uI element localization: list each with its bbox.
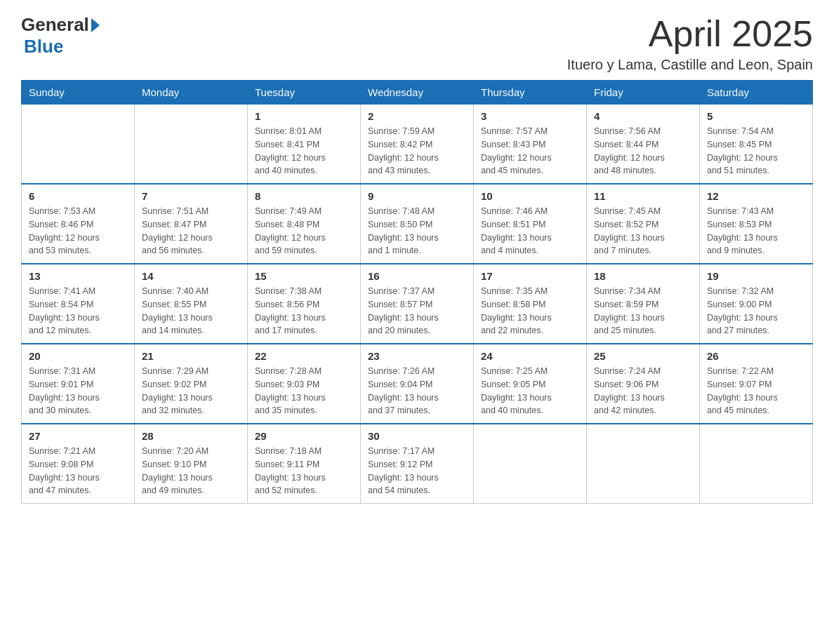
calendar-cell: 18Sunrise: 7:34 AM Sunset: 8:59 PM Dayli… [587,264,700,344]
day-info: Sunrise: 7:41 AM Sunset: 8:54 PM Dayligh… [29,285,127,337]
calendar-cell: 6Sunrise: 7:53 AM Sunset: 8:46 PM Daylig… [22,184,135,264]
calendar-header-wednesday: Wednesday [361,81,474,105]
calendar-header-row: SundayMondayTuesdayWednesdayThursdayFrid… [22,81,813,105]
calendar-cell: 9Sunrise: 7:48 AM Sunset: 8:50 PM Daylig… [361,184,474,264]
day-info: Sunrise: 7:46 AM Sunset: 8:51 PM Dayligh… [481,205,579,257]
day-number: 24 [481,350,579,362]
day-number: 20 [29,350,127,362]
day-info: Sunrise: 7:18 AM Sunset: 9:11 PM Dayligh… [255,445,353,497]
calendar-cell: 19Sunrise: 7:32 AM Sunset: 9:00 PM Dayli… [700,264,813,344]
day-info: Sunrise: 7:54 AM Sunset: 8:45 PM Dayligh… [707,125,805,177]
calendar-week-row: 1Sunrise: 8:01 AM Sunset: 8:41 PM Daylig… [22,105,813,185]
title-block: April 2025 Ituero y Lama, Castille and L… [567,14,813,73]
day-number: 11 [594,190,692,202]
calendar-cell: 12Sunrise: 7:43 AM Sunset: 8:53 PM Dayli… [700,184,813,264]
calendar-cell: 29Sunrise: 7:18 AM Sunset: 9:11 PM Dayli… [248,424,361,504]
day-info: Sunrise: 7:35 AM Sunset: 8:58 PM Dayligh… [481,285,579,337]
day-number: 8 [255,190,353,202]
day-info: Sunrise: 7:22 AM Sunset: 9:07 PM Dayligh… [707,365,805,417]
calendar-header-sunday: Sunday [22,81,135,105]
calendar-week-row: 27Sunrise: 7:21 AM Sunset: 9:08 PM Dayli… [22,424,813,504]
day-number: 15 [255,270,353,282]
day-number: 26 [707,350,805,362]
day-info: Sunrise: 7:17 AM Sunset: 9:12 PM Dayligh… [368,445,466,497]
calendar-cell: 13Sunrise: 7:41 AM Sunset: 8:54 PM Dayli… [22,264,135,344]
calendar-cell: 25Sunrise: 7:24 AM Sunset: 9:06 PM Dayli… [587,344,700,424]
day-info: Sunrise: 7:24 AM Sunset: 9:06 PM Dayligh… [594,365,692,417]
day-number: 2 [368,110,466,122]
calendar-cell: 27Sunrise: 7:21 AM Sunset: 9:08 PM Dayli… [22,424,135,504]
day-number: 17 [481,270,579,282]
calendar-cell: 20Sunrise: 7:31 AM Sunset: 9:01 PM Dayli… [22,344,135,424]
day-number: 19 [707,270,805,282]
calendar-cell: 22Sunrise: 7:28 AM Sunset: 9:03 PM Dayli… [248,344,361,424]
calendar-cell: 4Sunrise: 7:56 AM Sunset: 8:44 PM Daylig… [587,105,700,185]
day-info: Sunrise: 7:28 AM Sunset: 9:03 PM Dayligh… [255,365,353,417]
calendar-cell [700,424,813,504]
day-number: 18 [594,270,692,282]
calendar-cell: 2Sunrise: 7:59 AM Sunset: 8:42 PM Daylig… [361,105,474,185]
day-number: 13 [29,270,127,282]
calendar-cell: 8Sunrise: 7:49 AM Sunset: 8:48 PM Daylig… [248,184,361,264]
day-number: 27 [29,430,127,442]
day-info: Sunrise: 7:40 AM Sunset: 8:55 PM Dayligh… [142,285,240,337]
calendar-header-friday: Friday [587,81,700,105]
day-info: Sunrise: 7:45 AM Sunset: 8:52 PM Dayligh… [594,205,692,257]
day-info: Sunrise: 7:57 AM Sunset: 8:43 PM Dayligh… [481,125,579,177]
logo: General Blue [21,14,100,58]
day-info: Sunrise: 7:29 AM Sunset: 9:02 PM Dayligh… [142,365,240,417]
day-info: Sunrise: 7:38 AM Sunset: 8:56 PM Dayligh… [255,285,353,337]
day-info: Sunrise: 7:48 AM Sunset: 8:50 PM Dayligh… [368,205,466,257]
day-info: Sunrise: 7:43 AM Sunset: 8:53 PM Dayligh… [707,205,805,257]
calendar-cell: 26Sunrise: 7:22 AM Sunset: 9:07 PM Dayli… [700,344,813,424]
day-number: 14 [142,270,240,282]
calendar-cell: 21Sunrise: 7:29 AM Sunset: 9:02 PM Dayli… [135,344,248,424]
calendar-header-thursday: Thursday [474,81,587,105]
calendar-cell: 16Sunrise: 7:37 AM Sunset: 8:57 PM Dayli… [361,264,474,344]
day-info: Sunrise: 7:34 AM Sunset: 8:59 PM Dayligh… [594,285,692,337]
calendar-cell: 11Sunrise: 7:45 AM Sunset: 8:52 PM Dayli… [587,184,700,264]
calendar-header-saturday: Saturday [700,81,813,105]
calendar-week-row: 20Sunrise: 7:31 AM Sunset: 9:01 PM Dayli… [22,344,813,424]
calendar-cell [474,424,587,504]
logo-arrow-icon [91,18,100,32]
page-header: General Blue April 2025 Ituero y Lama, C… [21,14,813,73]
logo-blue-text: Blue [24,36,63,57]
calendar-cell: 24Sunrise: 7:25 AM Sunset: 9:05 PM Dayli… [474,344,587,424]
calendar-header-monday: Monday [135,81,248,105]
day-info: Sunrise: 8:01 AM Sunset: 8:41 PM Dayligh… [255,125,353,177]
day-info: Sunrise: 7:26 AM Sunset: 9:04 PM Dayligh… [368,365,466,417]
calendar-cell: 28Sunrise: 7:20 AM Sunset: 9:10 PM Dayli… [135,424,248,504]
day-info: Sunrise: 7:53 AM Sunset: 8:46 PM Dayligh… [29,205,127,257]
day-number: 6 [29,190,127,202]
day-info: Sunrise: 7:37 AM Sunset: 8:57 PM Dayligh… [368,285,466,337]
month-title: April 2025 [567,14,813,54]
calendar-header-tuesday: Tuesday [248,81,361,105]
calendar-cell: 23Sunrise: 7:26 AM Sunset: 9:04 PM Dayli… [361,344,474,424]
day-info: Sunrise: 7:51 AM Sunset: 8:47 PM Dayligh… [142,205,240,257]
calendar-cell: 30Sunrise: 7:17 AM Sunset: 9:12 PM Dayli… [361,424,474,504]
day-info: Sunrise: 7:31 AM Sunset: 9:01 PM Dayligh… [29,365,127,417]
day-number: 21 [142,350,240,362]
calendar-cell [587,424,700,504]
calendar-cell [135,105,248,185]
calendar-week-row: 6Sunrise: 7:53 AM Sunset: 8:46 PM Daylig… [22,184,813,264]
calendar-table: SundayMondayTuesdayWednesdayThursdayFrid… [21,80,813,504]
day-number: 7 [142,190,240,202]
day-number: 29 [255,430,353,442]
day-number: 16 [368,270,466,282]
day-number: 3 [481,110,579,122]
calendar-cell: 5Sunrise: 7:54 AM Sunset: 8:45 PM Daylig… [700,105,813,185]
day-info: Sunrise: 7:56 AM Sunset: 8:44 PM Dayligh… [594,125,692,177]
day-info: Sunrise: 7:20 AM Sunset: 9:10 PM Dayligh… [142,445,240,497]
day-number: 4 [594,110,692,122]
day-number: 1 [255,110,353,122]
day-info: Sunrise: 7:32 AM Sunset: 9:00 PM Dayligh… [707,285,805,337]
day-number: 23 [368,350,466,362]
logo-general-text: General [21,14,89,36]
calendar-cell: 7Sunrise: 7:51 AM Sunset: 8:47 PM Daylig… [135,184,248,264]
day-number: 22 [255,350,353,362]
calendar-cell: 14Sunrise: 7:40 AM Sunset: 8:55 PM Dayli… [135,264,248,344]
day-info: Sunrise: 7:49 AM Sunset: 8:48 PM Dayligh… [255,205,353,257]
day-info: Sunrise: 7:21 AM Sunset: 9:08 PM Dayligh… [29,445,127,497]
